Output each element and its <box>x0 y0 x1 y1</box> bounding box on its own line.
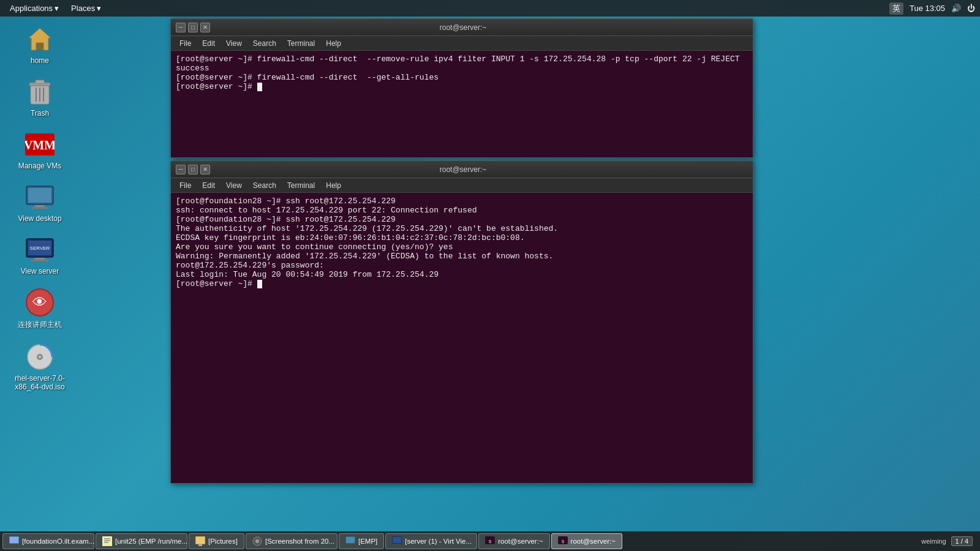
view-desktop-label: View desktop <box>18 214 61 223</box>
taskbar-icon-5 <box>392 536 402 546</box>
connect-svg: 👁 <box>25 288 55 317</box>
svg-rect-11 <box>28 188 51 203</box>
svg-text:SERVER: SERVER <box>30 246 50 251</box>
taskbar-label-5: [server (1) - Virt Vie... <box>405 538 472 545</box>
desktop-svg <box>25 185 55 209</box>
language-indicator[interactable]: 英 <box>889 2 903 15</box>
terminal-2-title: root@server:~ <box>210 165 716 174</box>
svg-text:VMM: VMM <box>25 138 55 152</box>
applications-arrow: ▾ <box>55 4 59 13</box>
taskbar-icon-2 <box>195 536 205 546</box>
home-icon-img <box>25 24 55 54</box>
svg-rect-26 <box>102 536 112 546</box>
trash-svg <box>28 78 52 105</box>
top-panel-right: 英 Tue 13:05 🔊 ⏻ <box>889 2 975 15</box>
top-panel-left: Applications ▾ Places ▾ <box>5 2 106 14</box>
places-menu[interactable]: Places ▾ <box>66 2 106 14</box>
terminal-2-menubar: File Edit View Search Terminal Help <box>171 178 753 193</box>
taskbar-item-5[interactable]: [server (1) - Virt Vie... <box>385 533 477 549</box>
terminal-1-minimize[interactable]: ─ <box>176 23 186 32</box>
terminal-1-title: root@server:~ <box>210 23 716 32</box>
taskbar-icon-3 <box>252 536 262 546</box>
desktop-icons: home Trash VMM Manage VMs <box>12 24 67 391</box>
manage-vms-icon-img: VMM <box>25 130 55 159</box>
terminal-1-menu-help[interactable]: Help <box>321 38 346 49</box>
terminal-window-2: ─ □ ✕ root@server:~ File Edit View Searc… <box>170 160 753 484</box>
taskbar-item-0[interactable]: [foundationO.ilt.exam... <box>2 533 94 549</box>
taskbar-item-6[interactable]: $ root@server:~ <box>478 533 549 549</box>
taskbar-label-7: root@server:~ <box>571 538 616 545</box>
home-icon[interactable]: home <box>12 24 67 65</box>
view-desktop-icon[interactable]: View desktop <box>12 182 67 223</box>
power-icon[interactable]: ⏻ <box>967 4 975 13</box>
taskbar-pager[interactable]: 1 / 4 <box>951 536 973 546</box>
applications-menu[interactable]: Applications ▾ <box>5 2 64 14</box>
home-label: home <box>31 56 49 65</box>
terminal-1-menu-terminal[interactable]: Terminal <box>282 38 320 49</box>
svg-rect-31 <box>196 537 205 544</box>
svg-rect-36 <box>346 537 355 543</box>
view-desktop-icon-img <box>25 182 55 212</box>
trash-icon-img <box>25 77 55 107</box>
terminal-2-menu-search[interactable]: Search <box>248 180 281 191</box>
terminal-2-minimize[interactable]: ─ <box>176 165 186 174</box>
view-server-label: View server <box>21 267 59 276</box>
iso-svg <box>26 343 53 370</box>
svg-rect-38 <box>393 537 401 543</box>
taskbar-label-1: [unit25 (EMP /run/me... <box>115 538 187 545</box>
top-panel: Applications ▾ Places ▾ 英 Tue 13:05 🔊 ⏻ <box>0 0 980 17</box>
taskbar-label-3: [Screenshot from 20... <box>265 538 334 545</box>
taskbar-item-4[interactable]: [EMP] <box>339 533 384 549</box>
svg-rect-4 <box>36 80 44 83</box>
terminal-window-1: ─ □ ✕ root@server:~ File Edit View Searc… <box>170 18 753 158</box>
taskbar-icon-4 <box>345 536 355 546</box>
taskbar-label-4: [EMP] <box>358 538 377 545</box>
taskbar-item-1[interactable]: [unit25 (EMP /run/me... <box>96 533 187 549</box>
terminal-2-close[interactable]: ✕ <box>200 165 210 174</box>
connect-teacher-icon[interactable]: 👁 连接讲师主机 <box>12 288 67 330</box>
manage-vms-icon[interactable]: VMM Manage VMs <box>12 130 67 170</box>
terminal-1-body[interactable]: [root@server ~]# firewall-cmd --direct -… <box>171 51 753 157</box>
places-label: Places <box>71 4 95 13</box>
terminal-1-menu-edit[interactable]: Edit <box>197 38 220 49</box>
terminal-1-maximize[interactable]: □ <box>188 23 198 32</box>
svg-point-23 <box>39 356 41 358</box>
terminal-1-menu-view[interactable]: View <box>221 38 247 49</box>
view-server-icon-img: SERVER <box>25 235 55 264</box>
rhel-iso-label: rhel-server-7.0-x86_64-dvd.iso <box>12 374 67 391</box>
taskbar-right: weiming 1 / 4 <box>921 536 978 546</box>
taskbar-label-2: [Pictures] <box>208 538 238 545</box>
connect-teacher-icon-img: 👁 <box>25 288 55 317</box>
terminal-2-body[interactable]: [root@foundation28 ~]# ssh root@172.25.2… <box>171 193 753 483</box>
rhel-iso-icon[interactable]: rhel-server-7.0-x86_64-dvd.iso <box>12 342 67 391</box>
datetime-display: Tue 13:05 <box>910 4 945 13</box>
terminal-2-menu-view[interactable]: View <box>221 180 247 191</box>
terminal-2-titlebar: ─ □ ✕ root@server:~ <box>171 161 753 178</box>
terminal-2-menu-file[interactable]: File <box>175 180 196 191</box>
terminal-2-menu-edit[interactable]: Edit <box>197 180 220 191</box>
terminal-1-titlebar: ─ □ ✕ root@server:~ <box>171 19 753 36</box>
taskbar-item-2[interactable]: [Pictures] <box>189 533 244 549</box>
terminal-1-menu-file[interactable]: File <box>175 38 196 49</box>
trash-label: Trash <box>31 109 49 118</box>
taskbar: [foundationO.ilt.exam... [unit25 (EMP /r… <box>0 531 980 551</box>
taskbar-label-6: root@server:~ <box>498 538 543 545</box>
taskbar-item-7[interactable]: $ root@server:~ <box>551 533 622 549</box>
terminal-1-menu-search[interactable]: Search <box>248 38 281 49</box>
terminal-1-close[interactable]: ✕ <box>200 23 210 32</box>
svg-rect-17 <box>31 260 48 261</box>
svg-point-34 <box>255 539 259 543</box>
volume-icon[interactable]: 🔊 <box>951 4 961 13</box>
taskbar-weiming: weiming <box>921 538 946 545</box>
taskbar-label-0: [foundationO.ilt.exam... <box>22 538 94 545</box>
taskbar-icon-6: $ <box>485 536 495 546</box>
terminal-1-cursor <box>257 83 262 91</box>
view-server-icon[interactable]: SERVER View server <box>12 235 67 276</box>
terminal-1-controls-left: ─ □ ✕ <box>176 23 210 32</box>
terminal-2-maximize[interactable]: □ <box>188 165 198 174</box>
taskbar-item-3[interactable]: [Screenshot from 20... <box>246 533 337 549</box>
terminal-2-menu-terminal[interactable]: Terminal <box>282 180 320 191</box>
manage-vms-label: Manage VMs <box>18 162 62 170</box>
trash-icon[interactable]: Trash <box>12 77 67 118</box>
terminal-2-menu-help[interactable]: Help <box>321 180 346 191</box>
